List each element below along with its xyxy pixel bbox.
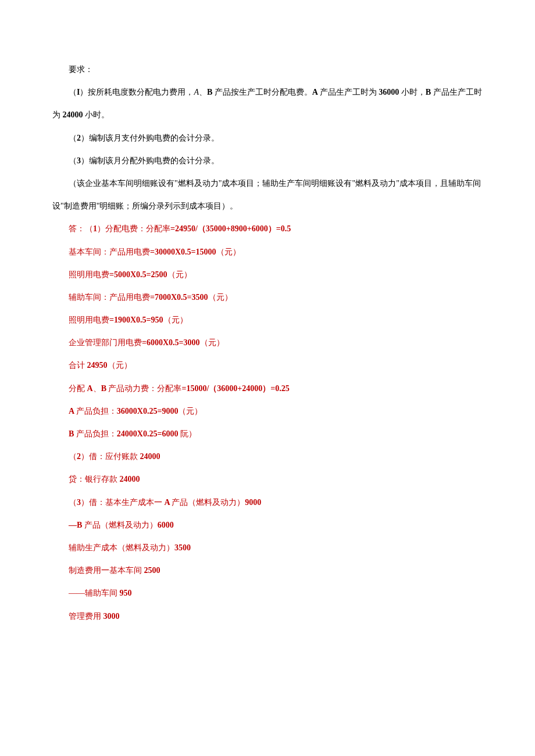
txt: ）按所耗电度数分配电力费用， [80, 88, 194, 96]
answer-3-mgmt: 管理费用 3000 [52, 605, 483, 628]
requirement-1: （I）按所耗电度数分配电力费用，A、B 产品按生产工时分配电费。A 产品生产工时… [52, 81, 483, 126]
txt: 答：（ [69, 224, 93, 233]
txt: 产品负担： [76, 407, 117, 415]
calc: =6000X0.5=3000 [142, 338, 200, 347]
var-b2: B [426, 88, 433, 96]
answer-3-mfg-basic: 制造费用一基本车间 2500 [52, 559, 483, 582]
txt: 辅助生产成本（燃料及动力） [69, 543, 174, 552]
num: 2 [77, 134, 81, 142]
var-a: A [87, 384, 93, 393]
val: 3000 [104, 612, 120, 621]
calc: =7000X0.5=3500 [150, 293, 208, 302]
requirement-3: （3）编制该月分配外购电费的会计分录。 [52, 149, 483, 172]
txt: ——辅助车间 [69, 589, 120, 597]
txt: （元） [178, 407, 202, 415]
txt: （ [69, 452, 77, 461]
answer-mgmt: 企业管理部门用电费=6000X0.5=3000（元） [52, 331, 483, 354]
answer-basic-product: 基本车间：产品用电费=30000X0.5=15000（元） [52, 241, 483, 263]
answer-2-debit: （2）借：应付账款 24000 [52, 445, 483, 468]
txt: （元） [108, 361, 132, 370]
answer-3-mfg-aux: ——辅助车间 950 [52, 582, 483, 604]
requirement-header: 要求： [52, 58, 483, 81]
answer-total: 合计 24950（元） [52, 354, 483, 377]
val: 6000 [158, 521, 174, 529]
txt: 小时， [401, 88, 426, 96]
calc: =15000/（36000+24000）=0.25 [181, 384, 289, 393]
val: 24000 [120, 475, 140, 483]
num: 24950 [87, 361, 108, 370]
answer-lighting-2: 照明用电费=1900X0.5=950（元） [52, 309, 483, 331]
num: 3 [77, 156, 81, 165]
val: 24000 [140, 452, 160, 461]
txt: 贷：银行存款 [69, 475, 120, 483]
txt: 管理费用 [69, 612, 104, 621]
txt: （ [69, 88, 77, 96]
answer-aux-product: 辅助车间：产品用电费=7000X0.5=3500（元） [52, 286, 483, 309]
txt: 阮） [180, 429, 197, 438]
txt: 基本车间：产品用电费 [69, 248, 150, 256]
val: 3500 [174, 543, 191, 552]
txt: （元） [200, 338, 224, 347]
num: 2 [77, 452, 81, 461]
n1: 36000 [379, 88, 401, 96]
answer-3-debit-b: —B 产品（燃料及动力）6000 [52, 514, 483, 536]
txt: 合计 [69, 361, 87, 370]
txt: 小时。 [85, 110, 109, 119]
txt: 照明用电费 [69, 270, 109, 279]
txt: （元） [216, 248, 241, 256]
var-a: A [165, 498, 172, 507]
answer-3-aux: 辅助生产成本（燃料及动力）3500 [52, 536, 483, 559]
txt: ）借：应付账款 [81, 452, 140, 461]
txt: ）编制该月支付外购电费的会计分录。 [81, 134, 219, 142]
answer-3-debit-a: （3）借：基本生产成本一 A 产品（燃料及动力）9000 [52, 491, 483, 514]
var-b: B [101, 384, 109, 393]
val: 2500 [144, 566, 160, 575]
txt: 产品（燃料及动力） [172, 498, 245, 507]
calc: =30000X0.5=15000 [150, 248, 216, 256]
txt: （ [69, 498, 77, 507]
txt: （ [69, 134, 77, 142]
dash: — [69, 521, 77, 529]
n2: 24000 [63, 110, 85, 119]
txt: （元） [167, 270, 192, 279]
txt: ）编制该月分配外购电费的会计分录。 [81, 156, 219, 165]
txt: 分配 [69, 384, 87, 393]
requirement-2: （2）编制该月支付外购电费的会计分录。 [52, 127, 483, 149]
answer-lighting-1: 照明用电费=5000X0.5=2500（元） [52, 263, 483, 286]
var-b: B [207, 88, 215, 96]
calc: 36000X0.25=9000 [117, 407, 179, 415]
answer-a-burden: A 产品负担：36000X0.25=9000（元） [52, 400, 483, 422]
txt: 产品负担： [76, 429, 117, 438]
var-b: B [69, 429, 76, 438]
txt: 、 [93, 384, 101, 393]
answer-1-header: 答：（1）分配电费：分配率=24950/（35000+8900+6000）=0.… [52, 217, 483, 240]
calc: =24950/（35000+8900+6000）=0.5 [170, 224, 291, 233]
txt: 辅助车间：产品用电费 [69, 293, 150, 302]
calc: =5000X0.5=2500 [109, 270, 167, 279]
var-a2: A [312, 88, 320, 96]
requirement-note: （该企业基本车间明细账设有"燃料及动力"成本项目；辅助生产车间明细账设有"燃料及… [52, 172, 483, 217]
var-a: A [69, 407, 76, 415]
txt: 照明用电费 [69, 316, 109, 324]
answer-b-burden: B 产品负担：24000X0.25=6000 阮） [52, 422, 483, 445]
var-a: A [194, 88, 199, 96]
txt: 、 [199, 88, 207, 96]
txt: （元） [208, 293, 233, 302]
answer-2-credit: 贷：银行存款 24000 [52, 468, 483, 490]
calc: =1900X0.5=950 [109, 316, 163, 324]
txt: ）分配电费：分配率 [97, 224, 170, 233]
txt: 产品（燃料及动力） [84, 521, 158, 529]
var-b: B [77, 521, 84, 529]
txt: （ [69, 156, 77, 165]
txt: （元） [163, 316, 188, 324]
txt: 企业管理部门用电费 [69, 338, 142, 347]
txt: 产品按生产工时分配电费。 [215, 88, 312, 96]
txt: 产品生产工时为 [320, 88, 379, 96]
num: 3 [77, 498, 81, 507]
calc: 24000X0.25=6000 [117, 429, 180, 438]
num: 1 [93, 224, 97, 233]
val: 9000 [245, 498, 261, 507]
txt: ）借：基本生产成本一 [81, 498, 165, 507]
val: 950 [120, 589, 132, 597]
txt: 产品动力费：分配率 [108, 384, 181, 393]
